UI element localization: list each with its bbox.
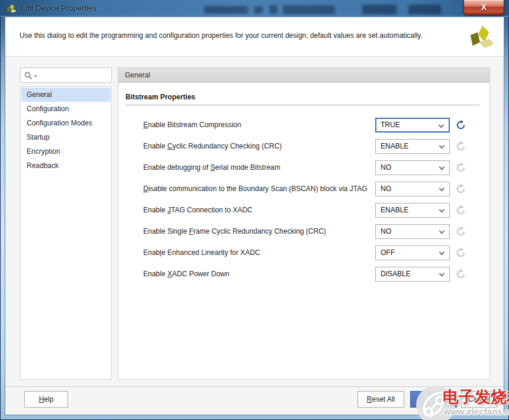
help-button[interactable]: Help — [24, 391, 68, 408]
section-title: Bitstream Properties — [125, 93, 195, 101]
property-label: Enable Single Frame Cyclic Redundancy Ch… — [143, 227, 326, 235]
chevron-down-icon — [439, 164, 445, 170]
reset-icon[interactable] — [456, 205, 466, 215]
search-icon — [24, 72, 33, 80]
chevron-down-icon — [439, 250, 445, 256]
reset-icon[interactable] — [456, 248, 466, 258]
reset-icon[interactable] — [456, 269, 466, 279]
panel-header: General — [118, 68, 489, 83]
jtag-xadc-select[interactable]: ENABLE — [375, 203, 450, 218]
chevron-down-icon — [439, 207, 445, 213]
reset-icon[interactable] — [456, 163, 466, 173]
reset-icon[interactable] — [456, 184, 466, 194]
serial-debug-select[interactable]: NO — [375, 160, 450, 175]
chevron-down-icon — [439, 271, 445, 277]
property-label: Enable Bitstream Compression — [143, 121, 241, 129]
background-ghost-text — [269, 5, 278, 14]
background-ghost-button — [408, 5, 441, 14]
cancel-button[interactable]: Cancel — [461, 391, 497, 408]
property-row-serial-debug: Enable debugging of Serial mode Bitstrea… — [118, 160, 489, 175]
dialog-body: Use this dialog to edit the programming … — [5, 17, 504, 415]
property-row-enhanced-linearity: Enable Enhanced Linearity for XADC OFF — [118, 245, 489, 260]
reset-icon[interactable] — [456, 141, 466, 151]
single-frame-crc-select[interactable]: NO — [375, 224, 450, 239]
section-divider — [125, 105, 479, 105]
sidebar-item-configuration-modes[interactable]: Configuration Modes — [21, 116, 111, 130]
background-ghost-text — [283, 5, 335, 14]
search-input[interactable] — [40, 69, 109, 82]
edit-device-properties-dialog: Edit Device Properties X Use this dialog… — [0, 0, 509, 420]
background-ghost-text — [254, 6, 263, 14]
close-button[interactable]: X — [463, 0, 504, 15]
property-label: Enable XADC Power Down — [143, 270, 229, 278]
sidebar-item-configuration[interactable]: Configuration — [21, 102, 111, 116]
property-row-crc: Enable Cyclic Redundancy Checking (CRC) … — [118, 139, 489, 154]
footer-divider — [5, 386, 504, 387]
bitstream-compression-select[interactable]: TRUE — [375, 118, 450, 133]
property-row-xadc-power-down: Enable XADC Power Down DISABLE — [118, 267, 489, 282]
property-row-bitstream-compression: Enable Bitstream Compression TRUE — [118, 118, 489, 133]
chevron-down-icon — [439, 186, 445, 192]
search-filter-caret-icon[interactable] — [34, 75, 37, 77]
sidebar-search-box[interactable] — [20, 67, 112, 83]
xadc-power-down-select[interactable]: DISABLE — [375, 267, 450, 282]
property-row-jtag-xadc: Enable JTAG Connection to XADC ENABLE — [118, 203, 489, 218]
chevron-down-icon — [439, 228, 445, 234]
window-title: Edit Device Properties — [20, 4, 96, 12]
sidebar-item-general[interactable]: General — [21, 88, 111, 102]
chevron-down-icon — [439, 122, 444, 128]
dialog-header: Use this dialog to edit the programming … — [5, 17, 504, 57]
dialog-description: Use this dialog to edit the programming … — [20, 31, 423, 40]
enhanced-linearity-select[interactable]: OFF — [375, 245, 450, 260]
property-label: Enable JTAG Connection to XADC — [143, 206, 253, 214]
ok-button[interactable]: OK — [410, 391, 457, 408]
property-label: Enable Enhanced Linearity for XADC — [143, 248, 260, 257]
reset-icon[interactable] — [456, 227, 466, 237]
bscan-select[interactable]: NO — [375, 182, 450, 196]
sidebar-item-readback[interactable]: Readback — [21, 159, 111, 173]
xilinx-logo-icon — [6, 4, 16, 14]
background-ghost-button — [362, 5, 397, 14]
sidebar-item-startup[interactable]: Startup — [21, 130, 111, 144]
property-label: Enable Cyclic Redundancy Checking (CRC) — [143, 142, 282, 150]
reset-icon[interactable] — [456, 120, 466, 130]
chevron-down-icon — [439, 143, 445, 149]
property-row-bscan: Disable communication to the Boundary Sc… — [118, 182, 489, 196]
general-panel: General Bitstream Properties Enable Bits… — [118, 67, 490, 380]
titlebar[interactable]: Edit Device Properties X — [0, 0, 509, 17]
property-label: Disable communication to the Boundary Sc… — [143, 185, 368, 193]
sidebar-category-list: General Configuration Configuration Mode… — [20, 86, 112, 380]
property-row-single-frame-crc: Enable Single Frame Cyclic Redundancy Ch… — [118, 224, 489, 239]
sidebar-item-encryption[interactable]: Encryption — [21, 144, 111, 159]
property-label: Enable debugging of Serial mode Bitstrea… — [143, 163, 281, 172]
crc-select[interactable]: ENABLE — [375, 139, 450, 154]
xilinx-brand-logo — [468, 25, 493, 50]
reset-all-button[interactable]: Reset All — [357, 391, 404, 408]
background-ghost-text — [204, 6, 248, 14]
